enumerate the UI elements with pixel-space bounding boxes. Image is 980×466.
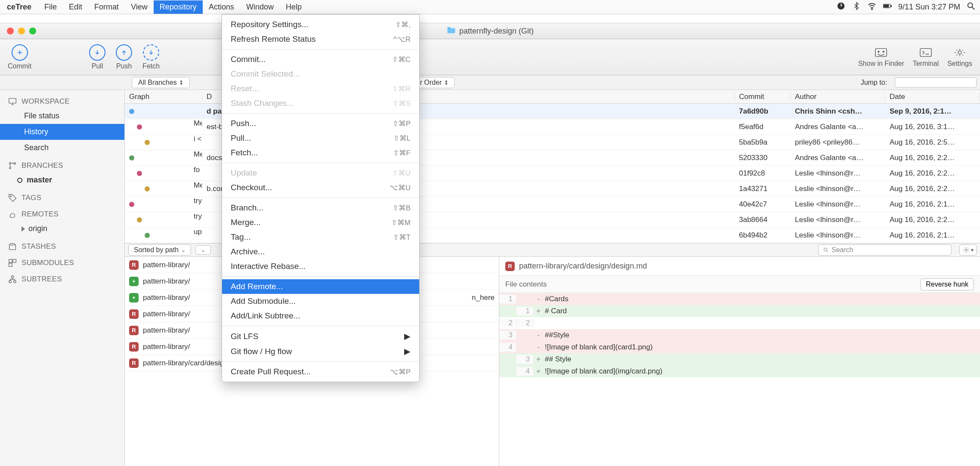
menu-item-merge[interactable]: Merge...⇧⌘M — [222, 215, 419, 230]
menu-format[interactable]: Format — [88, 0, 125, 14]
menu-item-git-flow-hg-flow[interactable]: Git flow / Hg flow▶ — [222, 344, 419, 359]
menu-item-push[interactable]: Push...⇧⌘P — [222, 116, 419, 131]
menu-window[interactable]: Window — [240, 0, 280, 14]
svg-point-21 — [14, 281, 16, 283]
col-graph[interactable]: Graph — [125, 93, 202, 101]
svg-point-22 — [11, 276, 14, 278]
svg-rect-19 — [9, 263, 12, 266]
push-tool[interactable]: Push — [116, 44, 132, 70]
col-date[interactable]: Date — [885, 93, 980, 101]
menu-item-pull[interactable]: Pull...⇧⌘L — [222, 131, 419, 145]
zoom-button[interactable] — [29, 28, 36, 34]
svg-rect-18 — [13, 259, 16, 262]
wifi-icon[interactable] — [867, 1, 877, 13]
battery-icon[interactable] — [883, 1, 892, 13]
folder-icon — [446, 26, 456, 36]
svg-rect-3 — [890, 5, 891, 6]
search-icon — [823, 247, 829, 253]
commit-label: Commit — [8, 62, 31, 70]
svg-rect-17 — [9, 259, 12, 262]
menu-item-commit[interactable]: Commit...⇧⌘C — [222, 52, 419, 67]
sidebar-item-search[interactable]: Search — [0, 140, 124, 156]
close-button[interactable] — [7, 28, 14, 34]
svg-point-13 — [9, 167, 11, 169]
show-in-finder-tool[interactable]: Show in Finder — [858, 47, 904, 68]
window-titlebar: patternfly-design (Git) — [0, 23, 980, 39]
menu-view[interactable]: View — [125, 0, 154, 14]
menu-item-add-link-subtree[interactable]: Add/Link Subtree... — [222, 309, 419, 323]
menu-item-archive[interactable]: Archive... — [222, 244, 419, 259]
menu-item-refresh-remote-status[interactable]: Refresh Remote Status^⌥R — [222, 32, 419, 46]
branch-filter[interactable]: All Branches ▲▼ — [132, 77, 190, 88]
menu-file[interactable]: File — [38, 0, 63, 14]
svg-point-23 — [824, 248, 827, 251]
svg-point-8 — [883, 51, 884, 52]
section-branches[interactable]: BRANCHES — [0, 156, 124, 172]
sidebar-item-file-status[interactable]: File status — [0, 108, 124, 124]
jump-to-label: Jump to: — [861, 79, 890, 86]
file-search[interactable]: Search — [818, 244, 952, 256]
app-window: patternfly-design (Git) Commit Pull Push… — [0, 23, 980, 466]
spotlight-icon[interactable] — [966, 1, 976, 13]
fetch-tool[interactable]: Fetch — [142, 44, 160, 70]
remote-origin[interactable]: origin — [0, 221, 124, 237]
file-badge-renamed-icon: R — [129, 309, 139, 319]
menu-item-reset: Reset...⇧⌘R — [222, 81, 419, 96]
settings-tool[interactable]: Settings — [947, 47, 972, 68]
menu-item-fetch[interactable]: Fetch...⇧⌘F — [222, 145, 419, 160]
menu-item-create-pull-request[interactable]: Create Pull Request...⌥⌘P — [222, 364, 419, 379]
menu-edit[interactable]: Edit — [63, 0, 88, 14]
menu-item-update: Update⇧⌘U — [222, 166, 419, 180]
pull-tool[interactable]: Pull — [89, 44, 105, 70]
menu-item-interactive-rebase[interactable]: Interactive Rebase... — [222, 259, 419, 274]
fetch-label: Fetch — [142, 62, 160, 70]
reverse-hunk-button[interactable]: Reverse hunk — [920, 278, 974, 290]
terminal-tool[interactable]: Terminal — [913, 47, 939, 68]
col-commit[interactable]: Commit — [735, 93, 791, 101]
jump-to-select[interactable] — [895, 77, 977, 88]
diff-line[interactable]: 4+![Image of blank card](img/card.png) — [499, 365, 980, 377]
window-title: patternfly-design (Git) — [459, 27, 534, 36]
menu-item-git-lfs[interactable]: Git LFS▶ — [222, 329, 419, 344]
menu-repository[interactable]: Repository — [154, 0, 203, 14]
menu-actions[interactable]: Actions — [203, 0, 240, 14]
menu-help[interactable]: Help — [280, 0, 308, 14]
menu-item-checkout[interactable]: Checkout...⌥⌘U — [222, 180, 419, 195]
order-filter[interactable]: r Order ▲▼ — [414, 77, 455, 88]
menu-item-add-submodule[interactable]: Add Submodule... — [222, 294, 419, 309]
diff-line[interactable]: 1+# Card — [499, 305, 980, 317]
minimize-button[interactable] — [18, 28, 25, 34]
filter-bar: All Branches ▲▼ r Order ▲▼ Jump to: — [0, 75, 980, 90]
section-workspace[interactable]: WORKSPACE — [0, 92, 124, 108]
section-remotes[interactable]: REMOTES — [0, 204, 124, 221]
menu-item-add-remote[interactable]: Add Remote... — [222, 279, 419, 294]
diff-line[interactable]: 3-##Style — [499, 329, 980, 341]
section-tags[interactable]: TAGS — [0, 188, 124, 204]
menu-item-repository-settings[interactable]: Repository Settings...⇧⌘, — [222, 17, 419, 32]
menu-item-branch[interactable]: Branch...⇧⌘B — [222, 201, 419, 215]
pull-label: Pull — [92, 62, 103, 70]
diff-path-bar: R pattern-library/card/design/design.md — [499, 257, 980, 276]
repository-menu-dropdown: Repository Settings...⇧⌘,Refresh Remote … — [222, 14, 420, 382]
menubar-clock[interactable]: 9/11 Sun 3:27 PM — [898, 3, 960, 12]
status-icon[interactable] — [836, 1, 846, 13]
sort-by-path[interactable]: Sorted by path ⌄ — [128, 244, 191, 256]
diff-line[interactable]: 1-#Cards — [499, 293, 980, 305]
diff-line[interactable]: 4-![Image of blank card](card1.png) — [499, 341, 980, 353]
branch-master[interactable]: master — [0, 172, 124, 188]
section-submodules[interactable]: SUBMODULES — [0, 253, 124, 269]
diff-line[interactable]: 22 — [499, 317, 980, 329]
menu-item-tag[interactable]: Tag...⇧⌘T — [222, 230, 419, 244]
bluetooth-icon[interactable] — [852, 1, 861, 13]
section-subtrees[interactable]: SUBTREES — [0, 269, 124, 286]
col-author[interactable]: Author — [791, 93, 885, 101]
diff-line[interactable]: 3+## Style — [499, 353, 980, 365]
sidebar-item-history[interactable]: History — [0, 124, 124, 140]
svg-point-7 — [878, 51, 879, 52]
commit-tool[interactable]: Commit — [8, 44, 31, 70]
section-stashes[interactable]: STASHES — [0, 237, 124, 253]
chevron-down-icon: ⌄ — [181, 247, 185, 253]
svg-point-5 — [968, 3, 973, 7]
file-filter-2[interactable]: ⌄ — [195, 245, 211, 255]
file-gear-button[interactable]: ▾ — [959, 244, 977, 256]
